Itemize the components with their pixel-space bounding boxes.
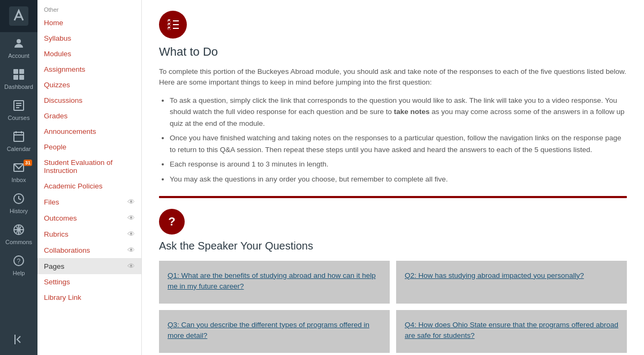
svg-rect-5: [13, 75, 18, 80]
question-2-link[interactable]: Q2: How has studying abroad impacted you…: [405, 270, 584, 281]
question-3-link[interactable]: Q3: Can you describe the different types…: [168, 320, 381, 342]
question-section-icon: ?: [159, 209, 185, 235]
course-nav-grades[interactable]: Grades: [37, 108, 141, 124]
course-nav-people[interactable]: People: [37, 139, 141, 155]
course-nav-section-label: Other: [37, 2, 141, 15]
course-nav-pages-label: Pages: [44, 262, 64, 270]
course-nav-modules-label: Modules: [44, 50, 71, 58]
nav-item-history[interactable]: History: [0, 187, 37, 218]
course-nav-rubrics[interactable]: Rubrics 👁: [37, 226, 141, 242]
questions-grid: Q1: What are the benefits of studying ab…: [159, 261, 627, 353]
question-card-1: Q1: What are the benefits of studying ab…: [159, 261, 390, 304]
bullet-1: To ask a question, simply click the link…: [170, 95, 627, 130]
course-nav-collaborations-label: Collaborations: [44, 246, 90, 254]
commons-icon: [12, 223, 26, 237]
account-label: Account: [8, 52, 29, 59]
global-nav: Account Dashboard Courses: [0, 0, 37, 355]
nav-item-calendar[interactable]: Calendar: [0, 125, 37, 156]
intro-text: To complete this portion of the Buckeyes…: [159, 66, 627, 88]
logo: [0, 0, 37, 32]
courses-label: Courses: [8, 115, 30, 121]
course-nav-collaborations[interactable]: Collaborations 👁: [37, 242, 141, 258]
question-section-title: Ask the Speaker Your Questions: [159, 240, 627, 252]
course-nav-library-link-label: Library Link: [44, 293, 81, 301]
files-visibility-icon: 👁: [127, 198, 135, 206]
svg-rect-3: [13, 69, 18, 74]
course-nav: Other Home Syllabus Modules Assignments …: [37, 0, 142, 355]
course-nav-announcements[interactable]: Announcements: [37, 124, 141, 139]
collapse-icon: [12, 333, 26, 346]
inbox-label: Inbox: [12, 177, 26, 183]
history-label: History: [10, 208, 28, 214]
svg-rect-6: [19, 75, 24, 80]
svg-rect-4: [19, 69, 24, 74]
course-nav-academic-policies[interactable]: Academic Policies: [37, 178, 141, 194]
course-nav-announcements-label: Announcements: [44, 127, 96, 135]
dashboard-icon: [12, 67, 26, 81]
course-nav-files[interactable]: Files 👁: [37, 194, 141, 210]
course-nav-settings[interactable]: Settings: [37, 274, 141, 290]
calendar-label: Calendar: [7, 146, 31, 152]
commons-label: Commons: [5, 239, 32, 245]
take-notes-emphasis: take notes: [394, 108, 430, 116]
svg-text:?: ?: [17, 258, 21, 265]
outcomes-visibility-icon: 👁: [127, 214, 135, 222]
course-nav-grades-label: Grades: [44, 112, 67, 120]
course-nav-home-label: Home: [44, 19, 63, 27]
course-nav-outcomes[interactable]: Outcomes 👁: [37, 210, 141, 226]
nav-item-commons[interactable]: Commons: [0, 218, 37, 250]
question-card-3: Q3: Can you describe the different types…: [159, 310, 390, 353]
svg-point-2: [17, 39, 21, 43]
what-to-do-title: What to Do: [159, 45, 627, 59]
course-nav-discussions-label: Discussions: [44, 96, 82, 104]
bullet-4: You may ask the questions in any order y…: [170, 173, 627, 185]
course-nav-syllabus[interactable]: Syllabus: [37, 31, 141, 46]
nav-item-dashboard[interactable]: Dashboard: [0, 63, 37, 94]
nav-item-inbox[interactable]: 31 Inbox: [0, 156, 37, 187]
course-nav-files-label: Files: [44, 198, 59, 206]
course-nav-home[interactable]: Home: [37, 15, 141, 31]
help-label: Help: [13, 270, 25, 276]
module-icon: [159, 11, 187, 39]
nav-item-account[interactable]: Account: [0, 32, 37, 63]
course-nav-assignments[interactable]: Assignments: [37, 62, 141, 77]
nav-item-courses[interactable]: Courses: [0, 94, 37, 125]
inbox-badge: 31: [24, 160, 32, 166]
history-icon: [12, 192, 26, 206]
courses-icon: [12, 99, 26, 112]
course-nav-sei-label: Student Evaluation of Instruction: [44, 158, 135, 175]
course-nav-rubrics-label: Rubrics: [44, 230, 69, 238]
rubrics-visibility-icon: 👁: [127, 230, 135, 238]
question-1-link[interactable]: Q1: What are the benefits of studying ab…: [168, 270, 381, 292]
nav-collapse-button[interactable]: [0, 328, 37, 351]
bullet-2: Once you have finished watching and taki…: [170, 132, 627, 155]
course-nav-assignments-label: Assignments: [44, 65, 85, 73]
course-nav-academic-policies-label: Academic Policies: [44, 182, 103, 190]
main-content: What to Do To complete this portion of t…: [142, 0, 644, 355]
course-nav-pages[interactable]: Pages 👁: [37, 258, 141, 274]
dashboard-label: Dashboard: [4, 84, 33, 90]
help-icon: ?: [12, 254, 26, 268]
course-nav-quizzes[interactable]: Quizzes: [37, 77, 141, 93]
collaborations-visibility-icon: 👁: [127, 246, 135, 254]
course-nav-settings-label: Settings: [44, 278, 70, 286]
course-nav-discussions[interactable]: Discussions: [37, 93, 141, 108]
course-nav-quizzes-label: Quizzes: [44, 81, 70, 89]
course-nav-syllabus-label: Syllabus: [44, 34, 71, 42]
question-card-2: Q2: How has studying abroad impacted you…: [396, 261, 627, 304]
question-card-4: Q4: How does Ohio State ensure that the …: [396, 310, 627, 353]
account-icon: [12, 36, 26, 50]
svg-rect-11: [14, 132, 24, 141]
bullet-list: To ask a question, simply click the link…: [159, 95, 627, 185]
course-nav-modules[interactable]: Modules: [37, 46, 141, 62]
bullet-3: Each response is around 1 to 3 minutes i…: [170, 158, 627, 170]
nav-item-help[interactable]: ? Help: [0, 250, 37, 281]
pages-visibility-icon: 👁: [127, 262, 135, 270]
section-divider: [159, 196, 627, 198]
course-nav-library-link[interactable]: Library Link: [37, 290, 141, 305]
question-4-link[interactable]: Q4: How does Ohio State ensure that the …: [405, 320, 618, 342]
course-nav-sei[interactable]: Student Evaluation of Instruction: [37, 155, 141, 178]
course-nav-people-label: People: [44, 143, 66, 151]
calendar-icon: [12, 130, 26, 143]
course-nav-outcomes-label: Outcomes: [44, 214, 77, 222]
